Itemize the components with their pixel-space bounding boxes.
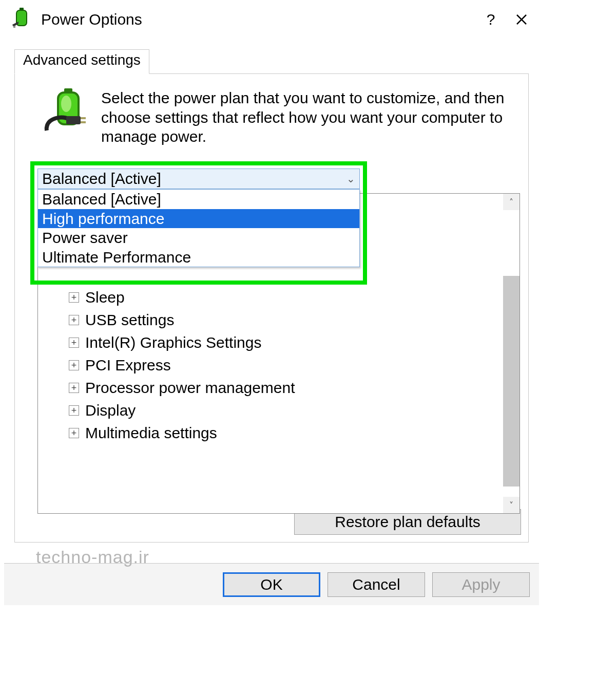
- watermark-text: techno-mag.ir: [36, 547, 149, 567]
- tree-item[interactable]: +Intel(R) Graphics Settings: [38, 331, 502, 354]
- dialog-button-bar: OK Cancel Apply: [4, 563, 539, 605]
- combo-option[interactable]: Ultimate Performance: [38, 248, 359, 267]
- tree-item-label: Intel(R) Graphics Settings: [85, 334, 261, 351]
- plus-expander-icon[interactable]: +: [69, 338, 79, 348]
- scroll-down-button[interactable]: ˅: [503, 497, 519, 513]
- tree-item-label: Display: [85, 402, 136, 419]
- plus-expander-icon[interactable]: +: [69, 428, 79, 438]
- plus-expander-icon[interactable]: +: [69, 383, 79, 393]
- combo-option[interactable]: High performance: [38, 209, 359, 229]
- svg-point-5: [61, 96, 71, 112]
- button-label: OK: [260, 576, 282, 593]
- tab-label: Advanced settings: [23, 52, 141, 68]
- close-icon: [515, 13, 528, 26]
- button-label: Cancel: [352, 576, 400, 593]
- combo-option[interactable]: Balanced [Active]: [38, 190, 359, 209]
- chevron-down-icon: ˅: [509, 500, 513, 510]
- tree-item-label: PCI Express: [85, 357, 171, 374]
- titlebar: Power Options ?: [4, 4, 539, 35]
- description-row: Select the power plan that you want to c…: [44, 88, 518, 146]
- power-options-dialog: Power Options ? Advanced settings: [4, 4, 539, 605]
- tree-item[interactable]: +Sleep: [38, 286, 502, 309]
- cancel-button[interactable]: Cancel: [328, 572, 425, 597]
- button-label: Restore plan defaults: [335, 513, 480, 530]
- battery-plug-large-icon: [44, 88, 91, 136]
- svg-rect-6: [66, 116, 81, 124]
- svg-rect-7: [81, 117, 86, 119]
- button-label: Apply: [461, 576, 500, 593]
- tree-item[interactable]: +Processor power management: [38, 377, 502, 399]
- tree-item[interactable]: +PCI Express: [38, 354, 502, 377]
- power-plan-combo[interactable]: Balanced [Active] ⌄: [37, 169, 360, 189]
- scroll-up-button[interactable]: ˄: [503, 194, 519, 210]
- plus-expander-icon[interactable]: +: [69, 292, 79, 303]
- plus-expander-icon[interactable]: +: [69, 360, 79, 370]
- tab-body: Select the power plan that you want to c…: [14, 73, 529, 543]
- ok-button[interactable]: OK: [223, 572, 320, 597]
- power-plan-combo-list[interactable]: Balanced [Active]High performancePower s…: [37, 189, 360, 267]
- tree-item-label: Multimedia settings: [85, 424, 217, 442]
- svg-rect-2: [13, 26, 15, 28]
- help-button[interactable]: ?: [475, 4, 506, 35]
- apply-button[interactable]: Apply: [432, 572, 530, 597]
- svg-rect-8: [81, 121, 86, 123]
- tab-area: Advanced settings Select the power plan …: [14, 49, 529, 543]
- plus-expander-icon[interactable]: +: [69, 315, 79, 325]
- description-text: Select the power plan that you want to c…: [101, 88, 518, 146]
- plus-expander-icon[interactable]: +: [69, 405, 79, 416]
- combo-selected-text: Balanced [Active]: [42, 170, 161, 188]
- tree-item-label: Sleep: [85, 289, 125, 306]
- tree-item-label: Processor power management: [85, 379, 295, 397]
- chevron-up-icon: ˄: [509, 197, 513, 207]
- svg-rect-4: [64, 88, 72, 94]
- help-icon: ?: [487, 11, 495, 28]
- window-title: Power Options: [41, 11, 142, 28]
- tree-item[interactable]: +Multimedia settings: [38, 422, 502, 444]
- tab-advanced-settings[interactable]: Advanced settings: [14, 49, 149, 74]
- tree-item-label: USB settings: [85, 311, 174, 329]
- svg-rect-1: [20, 8, 24, 11]
- scrollbar-thumb[interactable]: [503, 276, 519, 487]
- close-button[interactable]: [506, 4, 537, 35]
- tree-item[interactable]: +Display: [38, 399, 502, 422]
- tree-item[interactable]: +USB settings: [38, 309, 502, 331]
- battery-plug-icon: [12, 7, 34, 32]
- combo-option[interactable]: Power saver: [38, 228, 359, 248]
- chevron-down-icon: ⌄: [346, 173, 355, 185]
